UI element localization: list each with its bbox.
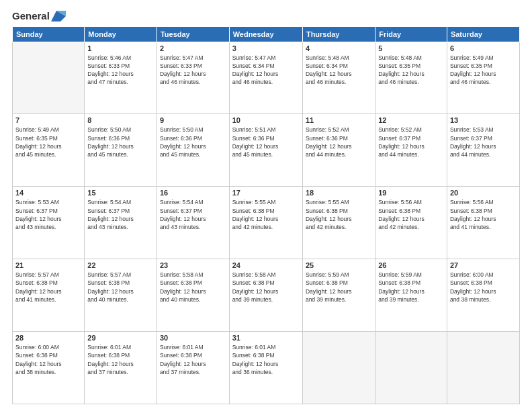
calendar-cell: 9Sunrise: 5:50 AM Sunset: 6:36 PM Daylig…: [157, 114, 229, 187]
day-info: Sunrise: 5:52 AM Sunset: 6:37 PM Dayligh…: [378, 126, 444, 158]
logo-icon: [51, 11, 66, 21]
calendar-cell: [375, 332, 447, 404]
day-info: Sunrise: 5:54 AM Sunset: 6:37 PM Dayligh…: [87, 198, 154, 231]
calendar-cell: 15Sunrise: 5:54 AM Sunset: 6:37 PM Dayli…: [85, 187, 157, 259]
day-number: 13: [450, 116, 517, 124]
calendar-header-saturday: Saturday: [447, 26, 519, 42]
day-number: 31: [232, 334, 300, 342]
calendar-cell: [447, 332, 519, 404]
day-number: 19: [378, 189, 444, 197]
calendar-cell: 19Sunrise: 5:56 AM Sunset: 6:38 PM Dayli…: [375, 187, 447, 259]
day-info: Sunrise: 5:53 AM Sunset: 6:37 PM Dayligh…: [15, 198, 81, 231]
day-info: Sunrise: 6:01 AM Sunset: 6:38 PM Dayligh…: [160, 343, 226, 376]
day-info: Sunrise: 5:46 AM Sunset: 6:33 PM Dayligh…: [87, 54, 154, 87]
calendar-cell: 25Sunrise: 5:59 AM Sunset: 6:38 PM Dayli…: [302, 259, 375, 332]
day-info: Sunrise: 5:56 AM Sunset: 6:38 PM Dayligh…: [450, 198, 517, 231]
calendar-cell: 7Sunrise: 5:49 AM Sunset: 6:35 PM Daylig…: [13, 114, 85, 187]
calendar-cell: 12Sunrise: 5:52 AM Sunset: 6:37 PM Dayli…: [375, 114, 447, 187]
calendar-header-friday: Friday: [375, 26, 447, 42]
day-number: 25: [306, 261, 372, 269]
day-info: Sunrise: 5:54 AM Sunset: 6:37 PM Dayligh…: [160, 198, 226, 231]
day-number: 12: [378, 116, 444, 124]
calendar-header-tuesday: Tuesday: [157, 26, 229, 42]
day-info: Sunrise: 5:51 AM Sunset: 6:36 PM Dayligh…: [232, 126, 300, 158]
calendar-cell: 4Sunrise: 5:48 AM Sunset: 6:34 PM Daylig…: [302, 42, 375, 114]
day-info: Sunrise: 5:52 AM Sunset: 6:36 PM Dayligh…: [306, 126, 372, 158]
calendar-cell: 16Sunrise: 5:54 AM Sunset: 6:37 PM Dayli…: [157, 187, 229, 259]
calendar-cell: 23Sunrise: 5:58 AM Sunset: 6:38 PM Dayli…: [157, 259, 229, 332]
calendar-cell: 20Sunrise: 5:56 AM Sunset: 6:38 PM Dayli…: [447, 187, 519, 259]
calendar-cell: 22Sunrise: 5:57 AM Sunset: 6:38 PM Dayli…: [85, 259, 157, 332]
calendar-cell: 2Sunrise: 5:47 AM Sunset: 6:33 PM Daylig…: [157, 42, 229, 114]
calendar-week-row: 21Sunrise: 5:57 AM Sunset: 6:38 PM Dayli…: [13, 259, 520, 332]
calendar-cell: 13Sunrise: 5:53 AM Sunset: 6:37 PM Dayli…: [447, 114, 519, 187]
calendar-cell: 11Sunrise: 5:52 AM Sunset: 6:36 PM Dayli…: [302, 114, 375, 187]
day-number: 22: [87, 261, 154, 269]
day-info: Sunrise: 6:00 AM Sunset: 6:38 PM Dayligh…: [15, 343, 81, 376]
calendar-table: SundayMondayTuesdayWednesdayThursdayFrid…: [12, 26, 520, 405]
calendar-cell: 17Sunrise: 5:55 AM Sunset: 6:38 PM Dayli…: [229, 187, 302, 259]
day-number: 3: [232, 44, 300, 52]
day-info: Sunrise: 5:55 AM Sunset: 6:38 PM Dayligh…: [232, 198, 300, 231]
calendar-cell: 21Sunrise: 5:57 AM Sunset: 6:38 PM Dayli…: [13, 259, 85, 332]
day-number: 30: [160, 334, 226, 342]
day-number: 8: [87, 116, 154, 124]
day-number: 1: [87, 44, 154, 52]
day-info: Sunrise: 5:59 AM Sunset: 6:38 PM Dayligh…: [378, 271, 444, 304]
calendar-cell: 10Sunrise: 5:51 AM Sunset: 6:36 PM Dayli…: [229, 114, 302, 187]
calendar-cell: 1Sunrise: 5:46 AM Sunset: 6:33 PM Daylig…: [85, 42, 157, 114]
day-number: 27: [450, 261, 517, 269]
calendar-cell: 28Sunrise: 6:00 AM Sunset: 6:38 PM Dayli…: [13, 332, 85, 404]
calendar-cell: 27Sunrise: 6:00 AM Sunset: 6:38 PM Dayli…: [447, 259, 519, 332]
day-info: Sunrise: 5:58 AM Sunset: 6:38 PM Dayligh…: [232, 271, 300, 304]
calendar-week-row: 14Sunrise: 5:53 AM Sunset: 6:37 PM Dayli…: [13, 187, 520, 259]
calendar-cell: [302, 332, 375, 404]
day-info: Sunrise: 5:48 AM Sunset: 6:34 PM Dayligh…: [306, 54, 372, 87]
day-number: 20: [450, 189, 517, 197]
day-number: 11: [306, 116, 372, 124]
day-number: 16: [160, 189, 226, 197]
day-number: 4: [306, 44, 372, 52]
day-info: Sunrise: 5:49 AM Sunset: 6:35 PM Dayligh…: [450, 54, 517, 87]
day-info: Sunrise: 5:50 AM Sunset: 6:36 PM Dayligh…: [160, 126, 226, 158]
calendar-header-thursday: Thursday: [302, 26, 375, 42]
calendar-cell: 8Sunrise: 5:50 AM Sunset: 6:36 PM Daylig…: [85, 114, 157, 187]
day-info: Sunrise: 5:55 AM Sunset: 6:38 PM Dayligh…: [306, 198, 372, 231]
day-number: 5: [378, 44, 444, 52]
day-number: 6: [450, 44, 517, 52]
calendar-cell: 18Sunrise: 5:55 AM Sunset: 6:38 PM Dayli…: [302, 187, 375, 259]
calendar-cell: [13, 42, 85, 114]
day-number: 17: [232, 189, 300, 197]
day-info: Sunrise: 5:59 AM Sunset: 6:38 PM Dayligh…: [306, 271, 372, 304]
day-number: 9: [160, 116, 226, 124]
day-info: Sunrise: 5:50 AM Sunset: 6:36 PM Dayligh…: [87, 126, 154, 158]
day-number: 26: [378, 261, 444, 269]
header: General: [12, 11, 520, 22]
day-info: Sunrise: 5:57 AM Sunset: 6:38 PM Dayligh…: [87, 271, 154, 304]
day-info: Sunrise: 5:58 AM Sunset: 6:38 PM Dayligh…: [160, 271, 226, 304]
day-info: Sunrise: 5:48 AM Sunset: 6:35 PM Dayligh…: [378, 54, 444, 87]
day-number: 29: [87, 334, 154, 342]
day-number: 28: [15, 334, 81, 342]
day-number: 7: [15, 116, 81, 124]
calendar-header-wednesday: Wednesday: [229, 26, 302, 42]
calendar-cell: 5Sunrise: 5:48 AM Sunset: 6:35 PM Daylig…: [375, 42, 447, 114]
calendar-week-row: 1Sunrise: 5:46 AM Sunset: 6:33 PM Daylig…: [13, 42, 520, 114]
calendar-cell: 30Sunrise: 6:01 AM Sunset: 6:38 PM Dayli…: [157, 332, 229, 404]
day-number: 14: [15, 189, 81, 197]
day-info: Sunrise: 5:57 AM Sunset: 6:38 PM Dayligh…: [15, 271, 81, 304]
day-info: Sunrise: 6:00 AM Sunset: 6:38 PM Dayligh…: [450, 271, 517, 304]
day-info: Sunrise: 5:53 AM Sunset: 6:37 PM Dayligh…: [450, 126, 517, 158]
calendar-header-monday: Monday: [85, 26, 157, 42]
calendar-cell: 31Sunrise: 6:01 AM Sunset: 6:38 PM Dayli…: [229, 332, 302, 404]
day-number: 10: [232, 116, 300, 124]
calendar-week-row: 7Sunrise: 5:49 AM Sunset: 6:35 PM Daylig…: [13, 114, 520, 187]
calendar-cell: 24Sunrise: 5:58 AM Sunset: 6:38 PM Dayli…: [229, 259, 302, 332]
day-info: Sunrise: 5:49 AM Sunset: 6:35 PM Dayligh…: [15, 126, 81, 158]
calendar-header-row: SundayMondayTuesdayWednesdayThursdayFrid…: [13, 26, 520, 42]
day-info: Sunrise: 6:01 AM Sunset: 6:38 PM Dayligh…: [232, 343, 300, 376]
day-info: Sunrise: 5:47 AM Sunset: 6:33 PM Dayligh…: [160, 54, 226, 87]
calendar-cell: 6Sunrise: 5:49 AM Sunset: 6:35 PM Daylig…: [447, 42, 519, 114]
calendar-cell: 3Sunrise: 5:47 AM Sunset: 6:34 PM Daylig…: [229, 42, 302, 114]
day-number: 18: [306, 189, 372, 197]
